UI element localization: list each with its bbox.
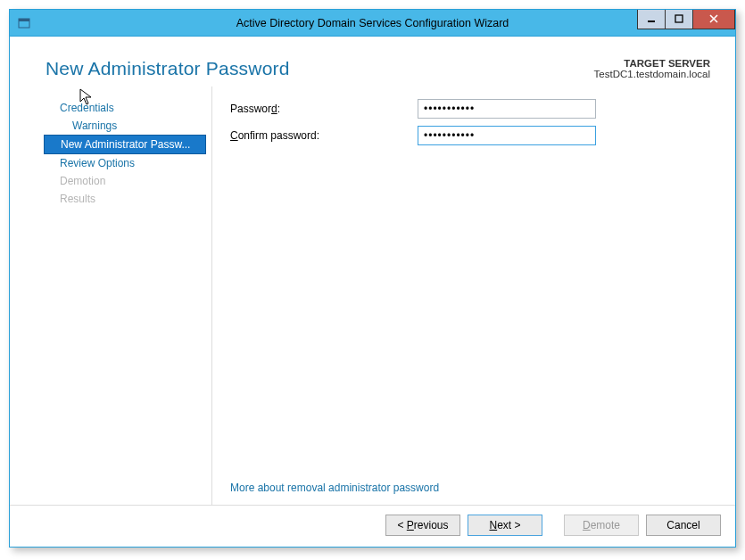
sidebar-item-warnings[interactable]: Warnings bbox=[46, 117, 206, 135]
close-button[interactable] bbox=[692, 10, 735, 29]
sidebar-item-review-options[interactable]: Review Options bbox=[46, 154, 206, 172]
password-input[interactable] bbox=[418, 99, 596, 119]
sidebar-item-credentials[interactable]: Credentials bbox=[46, 99, 206, 117]
window-title: Active Directory Domain Services Configu… bbox=[10, 17, 735, 29]
next-button[interactable]: Next > bbox=[468, 515, 542, 536]
wizard-window: Active Directory Domain Services Configu… bbox=[9, 9, 736, 548]
target-server-name: TestDC1.testdomain.local bbox=[594, 69, 710, 79]
wizard-footer: < Previous Next > Demote Cancel bbox=[10, 505, 735, 547]
confirm-password-label: Confirm password: bbox=[230, 129, 418, 142]
cancel-button[interactable]: Cancel bbox=[646, 515, 721, 536]
page-title: New Administrator Password bbox=[46, 58, 290, 79]
target-server-label: TARGET SERVER bbox=[594, 58, 710, 69]
confirm-password-input[interactable] bbox=[418, 126, 596, 145]
maximize-button[interactable] bbox=[665, 10, 693, 29]
password-label: Password: bbox=[230, 103, 418, 115]
sidebar-item-demotion: Demotion bbox=[46, 172, 206, 190]
demote-button: Demote bbox=[564, 515, 639, 536]
app-icon bbox=[15, 14, 33, 32]
titlebar: Active Directory Domain Services Configu… bbox=[10, 10, 735, 37]
svg-rect-1 bbox=[19, 19, 29, 21]
target-server-info: TARGET SERVER TestDC1.testdomain.local bbox=[594, 58, 710, 79]
help-link[interactable]: More about removal administrator passwor… bbox=[230, 473, 735, 505]
wizard-steps-sidebar: Credentials Warnings New Administrator P… bbox=[46, 86, 206, 505]
svg-rect-2 bbox=[648, 21, 655, 22]
minimize-button[interactable] bbox=[637, 10, 666, 29]
sidebar-item-new-admin-password[interactable]: New Administrator Passw... bbox=[44, 135, 206, 154]
svg-rect-3 bbox=[675, 15, 683, 22]
sidebar-item-results: Results bbox=[46, 190, 206, 208]
previous-button[interactable]: < Previous bbox=[385, 515, 460, 536]
